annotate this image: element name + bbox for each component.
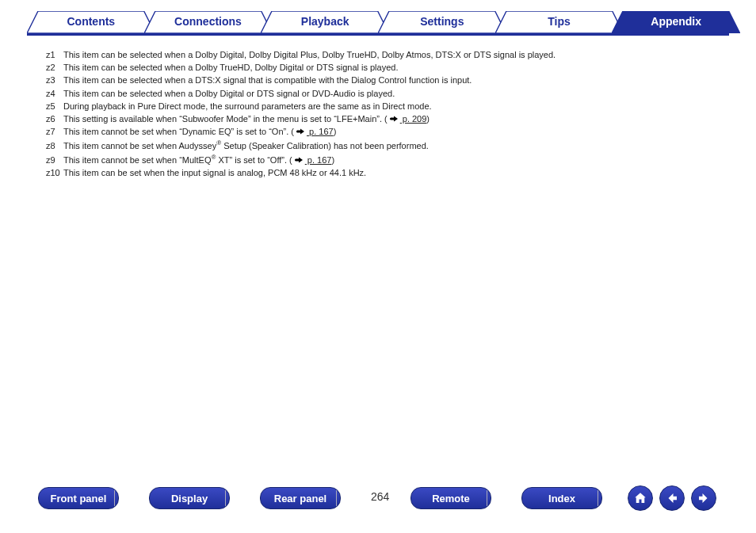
pill-edge	[487, 490, 494, 506]
footnote-marker: z5	[46, 101, 63, 112]
tab-label: Contents	[27, 15, 155, 28]
footnote-row: z10This item can be set when the input s…	[46, 168, 708, 178]
button-label: Display	[171, 493, 208, 504]
tabs-divider	[27, 33, 729, 36]
button-label: Front panel	[51, 493, 107, 504]
tab-connections[interactable]: Connections	[144, 11, 273, 33]
footnote-marker: z6	[46, 114, 63, 124]
footnote-marker: z1	[46, 50, 63, 60]
page-number: 264	[371, 490, 389, 503]
home-button[interactable]	[628, 485, 653, 511]
footnote-row: z4This item can be selected when a Dolby…	[46, 89, 708, 99]
footnote-row: z7This item cannot be set when “Dynamic …	[46, 127, 708, 137]
rear-panel-button[interactable]: Rear panel	[260, 487, 341, 509]
footnote-text: This item cannot be set when “Dynamic EQ…	[63, 127, 708, 137]
tab-tips[interactable]: Tips	[495, 11, 624, 33]
prev-page-button[interactable]	[659, 485, 685, 511]
footnote-text: This item can be selected when a Dolby D…	[63, 50, 708, 60]
tab-label: Settings	[378, 15, 506, 28]
arrow-left-icon	[665, 491, 679, 505]
footnote-row: z9This item cannot be set when “MultEQ® …	[46, 154, 708, 166]
footnote-marker: z3	[46, 75, 63, 86]
pill-edge	[114, 490, 121, 506]
footnote-text: This item can be selected when a Dolby D…	[63, 89, 708, 99]
button-label: Index	[548, 493, 575, 504]
pointer-icon	[296, 128, 305, 135]
footnote-text: This setting is available when “Subwoofe…	[63, 114, 708, 124]
footnote-row: z8This item cannot be set when Audyssey®…	[46, 139, 708, 151]
tab-label: Connections	[144, 15, 273, 28]
next-page-button[interactable]	[691, 485, 716, 511]
button-label: Rear panel	[274, 493, 326, 504]
home-icon	[633, 491, 647, 505]
button-label: Remote	[432, 493, 470, 504]
tab-playback[interactable]: Playback	[261, 11, 389, 33]
footnote-text: This item cannot be set when “MultEQ® XT…	[63, 154, 708, 166]
footnote-text: This item cannot be set when Audyssey® S…	[63, 139, 708, 151]
footnote-marker: z4	[46, 89, 63, 99]
page: ContentsConnectionsPlaybackSettingsTipsA…	[0, 0, 756, 533]
front-panel-button[interactable]: Front panel	[38, 487, 119, 509]
bottom-bar: 264 Front panelDisplayRear panelRemoteIn…	[38, 487, 729, 511]
tab-appendix[interactable]: Appendix	[612, 11, 740, 33]
pill-edge	[336, 490, 343, 506]
remote-button[interactable]: Remote	[410, 487, 491, 509]
arrow-right-icon	[697, 491, 711, 505]
footnote-marker: z9	[46, 155, 63, 166]
footnote-marker: z2	[46, 63, 63, 73]
footnote-text: This item can be selected when a Dolby T…	[63, 63, 708, 73]
footnote-row: z1This item can be selected when a Dolby…	[46, 50, 708, 60]
footnote-marker: z7	[46, 127, 63, 137]
display-button[interactable]: Display	[149, 487, 230, 509]
index-button[interactable]: Index	[521, 487, 602, 509]
tab-label: Appendix	[612, 15, 740, 28]
footnote-row: z5During playback in Pure Direct mode, t…	[46, 101, 708, 112]
footnote-row: z6This setting is available when “Subwoo…	[46, 114, 708, 124]
footnote-text: This item can be selected when a DTS:X s…	[63, 75, 708, 86]
pill-edge	[225, 490, 232, 506]
page-ref-link[interactable]: p. 167	[305, 155, 332, 165]
tab-contents[interactable]: Contents	[27, 11, 155, 33]
pointer-icon	[294, 156, 304, 164]
page-ref-link[interactable]: p. 209	[400, 114, 427, 124]
footnote-marker: z8	[46, 141, 63, 151]
tab-label: Tips	[495, 15, 624, 28]
footnote-text: During playback in Pure Direct mode, the…	[63, 101, 708, 112]
tab-label: Playback	[261, 15, 389, 28]
footnote-text: This item can be set when the input sign…	[63, 168, 708, 178]
footnote-list: z1This item can be selected when a Dolby…	[46, 48, 708, 181]
footnote-marker: z10	[46, 168, 63, 178]
pill-edge	[598, 490, 605, 506]
pointer-icon	[389, 115, 399, 123]
footnote-row: z2This item can be selected when a Dolby…	[46, 63, 708, 73]
footnote-row: z3This item can be selected when a DTS:X…	[46, 75, 708, 86]
tab-settings[interactable]: Settings	[378, 11, 506, 33]
page-ref-link[interactable]: p. 167	[307, 127, 334, 136]
